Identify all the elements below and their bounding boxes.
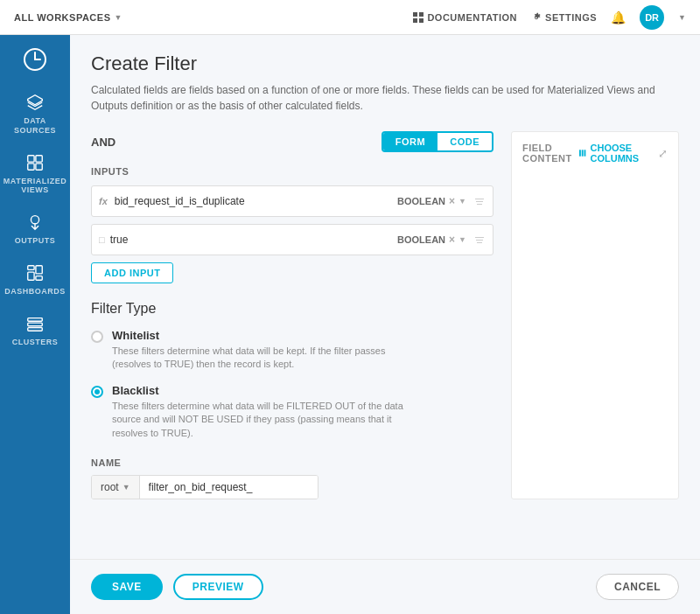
- blacklist-content: Blacklist These filters determine what d…: [112, 384, 410, 440]
- sidebar-item-outputs[interactable]: OUTPUTS: [0, 204, 70, 255]
- top-nav-left: ALL WORKSPACES ▼: [14, 12, 122, 23]
- svg-point-9: [31, 216, 38, 224]
- outputs-icon: [25, 213, 45, 232]
- bottom-actions: SAVE PREVIEW CANCEL: [70, 559, 700, 614]
- svg-rect-13: [36, 276, 42, 281]
- code-toggle-button[interactable]: CODE: [438, 133, 492, 150]
- main-layout: DATA SOURCES MATERIALIZED VIEWS OUTPUTS: [0, 35, 700, 614]
- svg-rect-17: [579, 150, 581, 156]
- inputs-section: INPUTS fx bid_request_id_is_duplicate BO…: [91, 166, 494, 283]
- choose-columns-button[interactable]: CHOOSE COLUMNS: [579, 143, 648, 164]
- choose-columns-label: CHOOSE COLUMNS: [591, 143, 648, 164]
- logo-icon: [23, 47, 47, 72]
- blacklist-option: Blacklist These filters determine what d…: [91, 384, 494, 440]
- workspace-label: ALL WORKSPACES: [14, 12, 111, 23]
- content-area: Create Filter Calculated fields are fiel…: [70, 35, 700, 614]
- materialized-views-icon: [25, 153, 45, 172]
- form-code-toggle: FORM CODE: [382, 131, 494, 152]
- name-prefix[interactable]: root ▼: [92, 476, 140, 499]
- avatar-chevron-icon: ▼: [678, 13, 686, 22]
- name-label: NAME: [91, 457, 494, 468]
- svg-rect-11: [36, 266, 42, 274]
- input-type-2: BOOLEAN × ▼: [397, 234, 466, 246]
- svg-rect-15: [28, 323, 43, 326]
- materialized-views-label: MATERIALIZED VIEWS: [4, 177, 66, 196]
- type-label-2: BOOLEAN: [397, 234, 445, 245]
- columns-icon: [579, 148, 585, 158]
- blacklist-radio[interactable]: [91, 386, 103, 398]
- svg-rect-7: [28, 164, 34, 170]
- svg-rect-8: [36, 164, 42, 170]
- gear-icon: [531, 12, 542, 23]
- input-row-2: □ true BOOLEAN × ▼: [91, 224, 494, 255]
- save-button[interactable]: SAVE: [91, 574, 163, 600]
- clusters-label: CLUSTERS: [12, 338, 59, 347]
- inputs-label: INPUTS: [91, 166, 494, 177]
- workspace-selector[interactable]: ALL WORKSPACES ▼: [14, 12, 122, 23]
- svg-rect-10: [28, 266, 34, 270]
- input-row-1: fx bid_request_id_is_duplicate BOOLEAN ×…: [91, 185, 494, 217]
- svg-rect-12: [28, 272, 34, 280]
- svg-rect-2: [413, 18, 417, 23]
- cancel-button[interactable]: CANCEL: [596, 574, 679, 600]
- top-nav-right: DOCUMENTATION SETTINGS 🔔 DR ▼: [413, 5, 686, 30]
- blacklist-desc: These filters determine what data will b…: [112, 400, 410, 440]
- documentation-link[interactable]: DOCUMENTATION: [413, 12, 517, 23]
- svg-rect-18: [582, 150, 584, 156]
- whitelist-desc: These filters determine what data will b…: [112, 345, 410, 372]
- svg-rect-0: [413, 12, 417, 17]
- name-input-field[interactable]: [140, 476, 318, 499]
- clusters-icon: [25, 314, 45, 333]
- settings-link[interactable]: SETTINGS: [531, 12, 597, 23]
- sidebar: DATA SOURCES MATERIALIZED VIEWS OUTPUTS: [0, 35, 70, 614]
- sidebar-item-dashboards[interactable]: DASHBOARDS: [0, 255, 70, 305]
- type-label-1: BOOLEAN: [397, 196, 445, 206]
- fx-icon: fx: [99, 196, 108, 206]
- svg-rect-16: [28, 327, 43, 331]
- filter-type-section: Filter Type Whitelist These filters dete…: [91, 301, 494, 440]
- form-field-layout: AND FORM CODE INPUTS fx bid_request_id_i…: [91, 131, 679, 499]
- drag-handle-2[interactable]: [473, 231, 486, 248]
- top-nav: ALL WORKSPACES ▼ DOCUMENTATION SETTINGS …: [0, 0, 700, 35]
- filter-type-title: Filter Type: [91, 301, 494, 317]
- outputs-label: OUTPUTS: [15, 236, 56, 246]
- svg-rect-1: [419, 12, 424, 17]
- svg-rect-5: [28, 155, 34, 161]
- preview-button[interactable]: PREVIEW: [173, 574, 263, 600]
- blacklist-label: Blacklist: [112, 384, 410, 397]
- grid-icon: [413, 12, 424, 23]
- doc-icon: □: [99, 234, 105, 245]
- notifications-bell-icon[interactable]: 🔔: [611, 10, 626, 24]
- dashboards-icon: [25, 263, 45, 283]
- sidebar-item-data-sources[interactable]: DATA SOURCES: [0, 84, 70, 144]
- page-title: Create Filter: [91, 52, 679, 75]
- remove-input-1-button[interactable]: ×: [449, 195, 455, 207]
- add-input-button[interactable]: ADD INPUT: [91, 262, 173, 283]
- avatar[interactable]: DR: [640, 5, 664, 30]
- logo[interactable]: [18, 42, 52, 77]
- name-input-row: root ▼: [91, 475, 318, 499]
- svg-rect-3: [419, 18, 424, 23]
- filter-header: AND FORM CODE: [91, 131, 494, 152]
- expand-icon[interactable]: ⤢: [658, 147, 668, 160]
- data-sources-icon: [25, 93, 45, 112]
- documentation-label: DOCUMENTATION: [427, 12, 517, 23]
- sidebar-item-clusters[interactable]: CLUSTERS: [0, 305, 70, 356]
- svg-rect-6: [36, 155, 42, 161]
- form-toggle-button[interactable]: FORM: [383, 133, 438, 150]
- remove-input-2-button[interactable]: ×: [449, 234, 455, 246]
- page-content: Create Filter Calculated fields are fiel…: [70, 35, 700, 559]
- type-chevron-1-icon[interactable]: ▼: [458, 197, 466, 206]
- right-panel-header: FIELD CONTENT CHOOSE COLUMNS ⤢: [522, 143, 668, 164]
- svg-rect-19: [584, 150, 586, 156]
- sidebar-item-materialized-views[interactable]: MATERIALIZED VIEWS: [0, 144, 70, 205]
- left-panel: AND FORM CODE INPUTS fx bid_request_id_i…: [91, 131, 494, 499]
- whitelist-radio[interactable]: [91, 331, 103, 343]
- type-chevron-2-icon[interactable]: ▼: [458, 235, 466, 244]
- input-type-1: BOOLEAN × ▼: [397, 195, 466, 207]
- whitelist-label: Whitelist: [112, 329, 410, 342]
- drag-handle-1[interactable]: [473, 192, 486, 210]
- whitelist-content: Whitelist These filters determine what d…: [112, 329, 410, 372]
- field-content-label: FIELD CONTENT: [522, 143, 579, 164]
- svg-rect-14: [28, 317, 43, 321]
